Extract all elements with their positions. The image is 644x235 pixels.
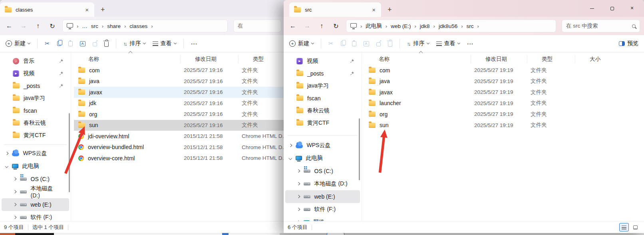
breadcrumb-share[interactable]: share — [107, 23, 121, 29]
address-bar[interactable]: › 此电脑 › web (E:) › jdk8 › jdk8u56 › src … — [346, 20, 556, 32]
up-icon[interactable]: ↑ — [315, 22, 328, 30]
more-options-icon[interactable]: ⋯ — [467, 40, 474, 48]
chevron-right-icon[interactable] — [13, 216, 16, 219]
new-tab-button[interactable]: + — [388, 6, 392, 14]
sidebar-item-drive-c[interactable]: OS (C:) — [2, 173, 69, 185]
file-row-java[interactable]: java 2025/5/27 19:16 文件夹 — [74, 76, 285, 87]
delete-icon[interactable] — [104, 42, 109, 47]
sidebar-item-wps-cloud[interactable]: WPS云盘 — [285, 139, 360, 152]
file-row-overview-core[interactable]: overview-core.html 2015/12/1 21:58 Chrom… — [74, 153, 285, 164]
copy-icon[interactable] — [57, 41, 61, 46]
address-bar[interactable]: › … src › share › classes › — [62, 20, 228, 32]
sidebar-item-javastudy[interactable]: java学习 — [2, 92, 69, 104]
details-view-toggle[interactable] — [619, 223, 629, 231]
share-icon[interactable] — [376, 42, 381, 46]
file-row-java[interactable]: java 2025/5/27 19:19 文件夹 — [364, 76, 644, 87]
file-row-org[interactable]: org 2025/5/27 19:19 文件夹 — [364, 109, 644, 120]
sidebar-item-javastudy[interactable]: java学习 — [285, 80, 360, 92]
up-icon[interactable]: ↑ — [31, 22, 45, 30]
chevron-right-icon[interactable] — [297, 195, 300, 198]
breadcrumb-jdk8u56[interactable]: jdk8u56 — [439, 23, 457, 29]
sidebar-item-chunqiu[interactable]: 春秋云镜 — [285, 104, 360, 117]
sidebar-item-this-pc[interactable]: 此电脑 — [2, 160, 69, 173]
search-input[interactable]: 在 src 中搜索 — [562, 20, 640, 32]
column-type[interactable]: 类型 — [527, 55, 575, 63]
chevron-right-icon[interactable] — [297, 208, 300, 211]
sidebar-item-posts[interactable]: _posts — [285, 67, 360, 80]
copy-icon[interactable] — [341, 41, 345, 46]
chevron-right-icon[interactable] — [297, 182, 300, 185]
refresh-icon[interactable]: ↻ — [46, 22, 59, 30]
forward-icon[interactable]: → — [300, 22, 314, 30]
column-date[interactable]: 修改日期 — [471, 55, 527, 63]
sidebar-item-drive-d[interactable]: 本地磁盘 (D:) — [285, 177, 360, 190]
file-row-overview-bundled[interactable]: overview-bundled.html 2015/12/1 21:58 Ch… — [74, 142, 285, 153]
sidebar-item-drive-c[interactable]: OS (C:) — [285, 165, 360, 177]
sort-button[interactable]: ↑↓ 排序 — [407, 40, 429, 47]
sidebar-item-drive-e[interactable]: web (E:) — [2, 198, 69, 211]
file-row-jdk[interactable]: jdk 2025/5/27 19:16 文件夹 — [74, 98, 285, 109]
sidebar-item-wps-cloud[interactable]: WPS云盘 — [2, 147, 69, 160]
maximize-icon[interactable] — [606, 5, 618, 11]
paste-icon[interactable] — [352, 41, 356, 46]
minimize-icon[interactable] — [586, 5, 598, 11]
preview-button[interactable]: 预览 — [619, 40, 638, 47]
sidebar-item-drive-d[interactable]: 本地磁盘 (D:) — [2, 185, 69, 198]
column-date[interactable]: 修改日期 — [181, 55, 239, 63]
sidebar-item-this-pc[interactable]: 此电脑 — [285, 152, 360, 165]
file-row-com[interactable]: com 2025/5/27 19:16 文件夹 — [74, 65, 285, 76]
sidebar-item-drive-f[interactable]: 软件 (F:) — [2, 211, 69, 221]
tab-src[interactable]: src × — [289, 2, 381, 17]
new-tab-button[interactable]: + — [101, 6, 105, 14]
rename-icon[interactable]: A — [364, 41, 369, 46]
column-name[interactable]: 名称 — [364, 55, 471, 63]
sort-button[interactable]: ↑↓ 排序 — [123, 40, 145, 47]
breadcrumb-src[interactable]: src — [467, 23, 474, 29]
chevron-right-icon[interactable] — [297, 169, 300, 173]
delete-icon[interactable] — [388, 42, 392, 47]
more-options-icon[interactable]: ⋯ — [191, 40, 198, 48]
tab-close-icon[interactable]: × — [83, 6, 90, 13]
breadcrumb-jdk8[interactable]: jdk8 — [420, 23, 430, 29]
back-icon[interactable]: ← — [2, 22, 16, 30]
view-button[interactable]: 查看 — [153, 40, 176, 47]
sidebar-item-huanghectf[interactable]: 黄河CTF — [285, 117, 360, 129]
chevron-right-icon[interactable] — [5, 152, 8, 155]
new-button[interactable]: + 新建 — [6, 40, 30, 47]
breadcrumb-src[interactable]: src — [91, 23, 98, 29]
breadcrumb-this-pc[interactable]: 此电脑 — [366, 22, 382, 30]
paste-icon[interactable] — [68, 41, 73, 46]
sidebar-item-videos[interactable]: ▶ 视频 — [285, 55, 360, 67]
cut-icon[interactable]: ✂ — [45, 40, 50, 47]
chevron-right-icon[interactable] — [13, 190, 16, 193]
sidebar-item-music[interactable]: ♪ 音乐 — [2, 55, 69, 67]
sidebar-item-fscan[interactable]: fscan — [285, 92, 360, 104]
file-row-com[interactable]: com 2025/5/27 19:19 文件夹 — [364, 65, 644, 76]
sidebar-item-huanghectf[interactable]: 黄河CTF — [2, 129, 69, 141]
chevron-down-icon[interactable] — [5, 165, 8, 168]
tab-close-icon[interactable]: × — [370, 6, 377, 13]
view-button[interactable]: 查看 — [436, 40, 460, 47]
sidebar-item-fscan[interactable]: fscan — [2, 104, 69, 117]
tab-classes[interactable]: classes × — [0, 2, 94, 17]
new-button[interactable]: + 新建 — [289, 40, 314, 47]
large-icons-view-toggle[interactable] — [630, 223, 640, 231]
file-row-jdi-overview[interactable]: jdi-overview.html 2015/12/1 21:58 Chrome… — [74, 131, 285, 142]
breadcrumb-overflow[interactable]: … — [82, 23, 87, 29]
share-icon[interactable] — [93, 42, 97, 46]
column-type[interactable]: 类型 — [239, 55, 285, 63]
sidebar-item-network[interactable]: 网络 — [285, 216, 360, 221]
file-row-launcher[interactable]: launcher 2025/5/27 19:19 文件夹 — [364, 98, 644, 109]
back-icon[interactable]: ← — [286, 22, 300, 30]
sidebar-item-drive-f[interactable]: 软件 (F:) — [285, 203, 360, 216]
search-input[interactable]: 在 — [233, 20, 281, 32]
column-size[interactable]: 大小 — [575, 55, 623, 63]
sidebar-item-chunqiu[interactable]: 春秋云镜 — [2, 117, 69, 129]
chevron-right-icon[interactable] — [13, 203, 16, 206]
file-row-org[interactable]: org 2025/5/27 19:16 文件夹 — [74, 109, 285, 120]
sidebar-item-drive-e[interactable]: web (E:) — [285, 190, 360, 203]
breadcrumb-web-e[interactable]: web (E:) — [391, 23, 411, 29]
file-row-javax[interactable]: javax 2025/5/27 19:16 文件夹 — [74, 87, 285, 98]
chevron-down-icon[interactable] — [289, 157, 292, 160]
close-icon[interactable]: × — [626, 5, 638, 11]
